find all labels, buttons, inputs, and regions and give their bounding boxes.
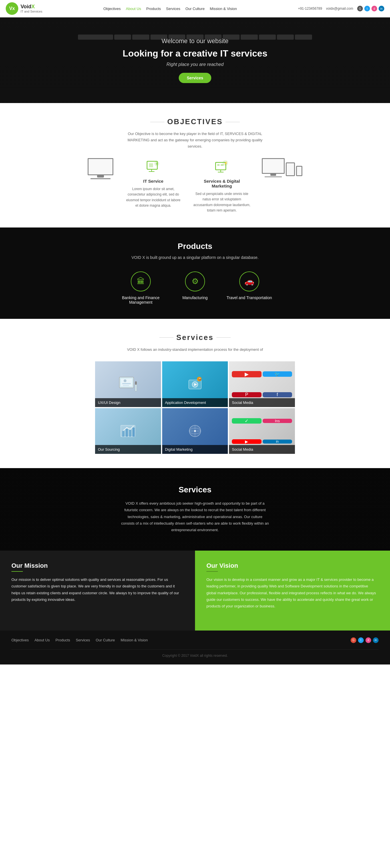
travel-icon: 🚗 (239, 272, 259, 291)
svg-point-15 (124, 379, 126, 382)
svg-text:⚙: ⚙ (156, 162, 158, 165)
footer-mission[interactable]: Mission & Vision (121, 638, 148, 642)
it-service-title: IT Service (125, 179, 182, 184)
it-service-desc: Lorem ipsum dolor sit amet, consectetur … (125, 186, 182, 208)
logo-area: Vx VoidX IT and Services (6, 2, 42, 15)
footer-twitter-icon[interactable]: t (358, 638, 364, 643)
logo-icon: Vx (6, 2, 18, 15)
mission-vision-section: Our Mission Our mission is to deliver op… (0, 551, 390, 630)
svg-rect-17 (123, 385, 129, 386)
travel-name: Travel and Transportation (227, 296, 272, 300)
svg-rect-29 (129, 430, 131, 437)
social-icons: G t d in (357, 6, 384, 11)
svg-rect-1 (149, 163, 153, 167)
social-label: Social Media (229, 398, 295, 407)
digital-icon: ⚡ (212, 158, 232, 175)
footer-objectives[interactable]: Objectives (11, 638, 29, 642)
email-address: voidx@gmail.com (326, 6, 353, 10)
services-grid: UX/UI Design 📦 Application Development ▶… (95, 361, 295, 454)
svg-rect-28 (126, 429, 128, 437)
service-sourcing[interactable]: Our Sourcing (95, 408, 161, 454)
nav-objectives[interactable]: Objectives (103, 6, 121, 11)
products-description: VOID X is built ground up as a singular … (129, 254, 261, 261)
svg-text:⚡: ⚡ (224, 161, 228, 165)
svg-rect-19 (135, 381, 137, 385)
product-manufacturing: ⚙ Manufacturing (172, 272, 218, 305)
svg-rect-12 (221, 164, 223, 166)
obj-card-it-service: ⚙ IT Service Lorem ipsum dolor sit amet,… (125, 158, 182, 208)
ux-label: UX/UI Design (95, 398, 161, 407)
svg-rect-11 (217, 164, 219, 166)
svg-rect-27 (122, 431, 124, 437)
service-social2[interactable]: ✓ Ins ▶ in Social Media (229, 408, 295, 454)
footer-copyright: Copyright © 2017 VoidX all rights reserv… (11, 649, 379, 658)
dribbble-icon[interactable]: d (371, 6, 377, 11)
footer-services[interactable]: Services (76, 638, 90, 642)
phone-number: +91-123456789 (298, 6, 322, 10)
logo-tagline: IT and Services (21, 10, 42, 13)
manufacturing-name: Manufacturing (172, 296, 218, 300)
mission-text: Our mission is to deliver optimal soluti… (11, 576, 184, 603)
footer-culture[interactable]: Our Culture (96, 638, 115, 642)
objectives-title: OBJECTIVES (167, 117, 223, 126)
footer-products[interactable]: Products (55, 638, 70, 642)
sourcing-label: Our Sourcing (95, 445, 161, 454)
logo-name: VoidX (21, 4, 42, 10)
nav-culture[interactable]: Our Culture (185, 6, 204, 11)
objectives-description: Our Objective is to become the key playe… (126, 131, 264, 150)
vision-block: Our Vision Our vision is to develop in a… (195, 551, 390, 630)
service-ux[interactable]: UX/UI Design (95, 361, 161, 407)
svg-rect-30 (132, 428, 135, 437)
service-digital[interactable]: Digital Marketing (162, 408, 228, 454)
banking-name: Banking and Finance Management (118, 296, 163, 305)
products-title: Products (11, 242, 379, 251)
service-social-media[interactable]: ▶ 🐦 P f Social Media (229, 361, 295, 407)
services-section: Services VOID X follows an industry-stan… (0, 319, 390, 468)
footer-about[interactable]: About Us (34, 638, 50, 642)
services-dark-section: Services VOID X offers every ambitious j… (0, 468, 390, 551)
footer-dribbble-icon[interactable]: d (365, 638, 371, 643)
footer-linkedin-icon[interactable]: in (373, 638, 379, 643)
footer-social: G t d in (351, 638, 379, 643)
nav-services[interactable]: Services (166, 6, 180, 11)
twitter-icon[interactable]: t (364, 6, 370, 11)
device-left-image (88, 158, 113, 179)
footer-nav: Objectives About Us Products Services Ou… (11, 638, 148, 642)
main-nav: Objectives About Us Products Services Ou… (103, 6, 237, 11)
hero-services-button[interactable]: Services (179, 73, 211, 83)
product-travel: 🚗 Travel and Transportation (227, 272, 272, 305)
objectives-cards: ⚙ IT Service Lorem ipsum dolor sit amet,… (17, 158, 373, 213)
vision-text: Our vision is to develop in a constant m… (206, 576, 379, 610)
banking-icon: 🏛 (131, 272, 151, 291)
google-icon[interactable]: G (357, 6, 363, 11)
vision-title: Our Vision (206, 562, 379, 572)
footer-google-icon[interactable]: G (351, 638, 356, 643)
svg-rect-16 (122, 383, 131, 384)
app-label: Application Development (162, 398, 228, 407)
device-right-image (262, 158, 302, 177)
digital-title: Services & Digital Marketing (193, 179, 250, 188)
nav-mission[interactable]: Mission & Vision (210, 6, 237, 11)
services-dark-desc: VOID X offers every ambitious job seeker… (121, 500, 269, 533)
header-contact: +91-123456789 voidx@gmail.com G t d in (298, 6, 384, 11)
products-section: Products VOID X is built ground up as a … (0, 227, 390, 319)
header: Vx VoidX IT and Services Objectives Abou… (0, 0, 390, 18)
mission-title: Our Mission (11, 562, 184, 572)
hero-welcome: Welcome to our website (6, 37, 384, 45)
linkedin-icon[interactable]: in (379, 6, 384, 11)
digital-desc: Sed ut perspiciatis unde omnis iste natu… (193, 191, 250, 213)
service-app[interactable]: 📦 Application Development (162, 361, 228, 407)
nav-about[interactable]: About Us (126, 6, 141, 11)
product-banking: 🏛 Banking and Finance Management (118, 272, 163, 305)
manufacturing-icon: ⚙ (185, 272, 205, 291)
hero-section: Welcome to our website Looking for a cre… (0, 18, 390, 103)
it-service-icon: ⚙ (143, 158, 163, 175)
obj-card-digital: ⚡ Services & Digital Marketing Sed ut pe… (193, 158, 250, 213)
services-desc: VOID X follows an industry-standard impl… (126, 346, 264, 353)
objectives-section: OBJECTIVES Our Objective is to become th… (0, 103, 390, 227)
digital-label: Digital Marketing (162, 445, 228, 454)
mission-block: Our Mission Our mission is to deliver op… (0, 551, 195, 630)
nav-products[interactable]: Products (146, 6, 161, 11)
product-cards: 🏛 Banking and Finance Management ⚙ Manuf… (11, 272, 379, 305)
services-dark-title: Services (23, 485, 367, 494)
